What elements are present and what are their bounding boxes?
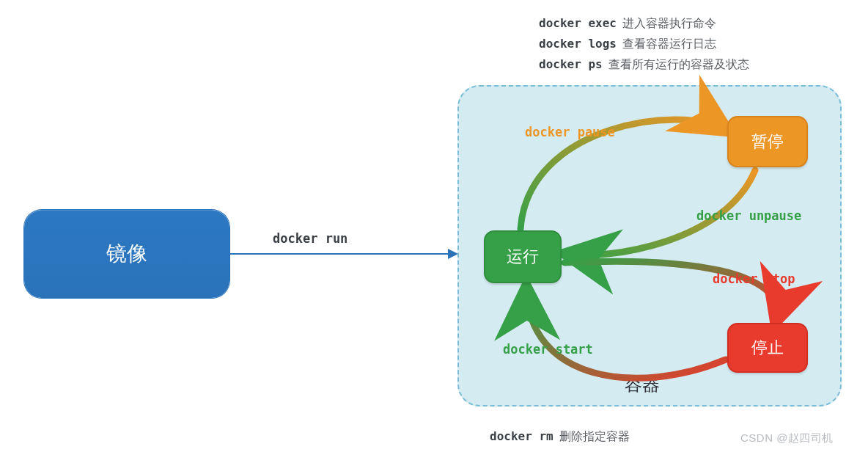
cmd-ps-row: docker ps 查看所有运行的容器及状态 — [539, 54, 749, 75]
edge-label-stop: docker stop — [713, 271, 795, 286]
paused-node: 暂停 — [727, 116, 808, 167]
cmd-rm-row: docker rm 删除指定容器 — [490, 429, 630, 445]
run-arrow — [229, 253, 457, 255]
edge-label-start: docker start — [503, 342, 593, 357]
container-title: 容器 — [625, 373, 660, 396]
cmd-rm: docker rm — [490, 429, 553, 445]
image-node-label: 镜像 — [106, 240, 147, 268]
cmd-logs-row: docker logs 查看容器运行日志 — [539, 34, 749, 54]
cmd-exec-row: docker exec 进入容器执行命令 — [539, 13, 749, 34]
edge-label-unpause: docker unpause — [696, 208, 801, 223]
edge-label-pause: docker pause — [525, 125, 615, 139]
cmd-exec: docker exec — [539, 13, 617, 34]
watermark-text: CSDN @赵四司机 — [740, 431, 834, 445]
arrow-head-icon — [448, 249, 458, 259]
cmd-ps-desc: 查看所有运行的容器及状态 — [608, 54, 749, 75]
stopped-node-label: 停止 — [751, 337, 784, 359]
running-node-label: 运行 — [507, 246, 539, 268]
cmd-ps: docker ps — [539, 54, 603, 75]
cmd-logs-desc: 查看容器运行日志 — [622, 34, 716, 54]
cmd-logs: docker logs — [539, 34, 617, 54]
cmd-exec-desc: 进入容器执行命令 — [622, 13, 716, 34]
arrow-shaft — [229, 253, 449, 255]
image-node: 镜像 — [24, 210, 229, 298]
command-list: docker exec 进入容器执行命令 docker logs 查看容器运行日… — [539, 13, 749, 75]
paused-node-label: 暂停 — [751, 131, 784, 153]
cmd-rm-desc: 删除指定容器 — [559, 429, 630, 445]
stopped-node: 停止 — [727, 323, 808, 373]
running-node: 运行 — [484, 230, 562, 283]
run-edge-label: docker run — [273, 231, 347, 246]
